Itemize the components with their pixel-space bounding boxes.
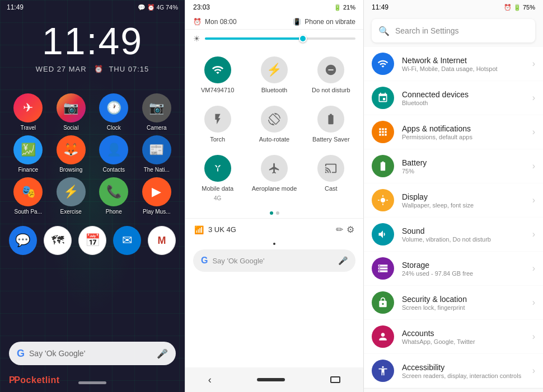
accessibility-title: Accessibility [402, 363, 525, 372]
batterysaver-tile-label: Battery Saver [312, 136, 350, 143]
connected-text: Connected devices Bluetooth [402, 90, 525, 106]
qs-tile-torch[interactable]: Torch [190, 99, 245, 147]
settings-item-accounts[interactable]: Accounts WhatsApp, Google, Twitter › [364, 320, 543, 353]
dock-gmail[interactable]: M [148, 226, 176, 255]
mobiledata-tile-label: Mobile data [202, 185, 233, 192]
app-travel[interactable]: ✈ Travel [9, 93, 48, 131]
qs-tile-autorotate[interactable]: Auto-rotate [246, 99, 302, 147]
browsing-icon: 🦊 [57, 135, 86, 164]
app-social[interactable]: 📷 Social [52, 93, 91, 131]
dock-outlook[interactable]: ✉ [113, 226, 141, 255]
settings-icon[interactable]: ⚙ [347, 224, 354, 235]
settings-time: 11:49 [372, 3, 388, 11]
display-icon [372, 189, 394, 211]
qs-network-row: 📶 3 UK 4G ✏ ⚙ [185, 218, 363, 240]
app-phone[interactable]: 📞 Phone [95, 177, 133, 215]
accounts-chevron: › [532, 332, 535, 342]
security-text: Security & location Screen lock, fingerp… [402, 295, 525, 311]
qs-search-bar[interactable]: G Say 'Ok Google' 🎤 [193, 249, 355, 272]
settings-item-connected[interactable]: Connected devices Bluetooth › [364, 81, 543, 115]
back-button[interactable]: ‹ [208, 374, 212, 386]
qs-network-info: 📶 3 UK 4G [194, 225, 236, 234]
airplane-tile-label: Aeroplane mode [252, 185, 297, 192]
qs-dot-2 [276, 211, 279, 215]
settings-item-apps[interactable]: Apps & notifications Permissions, defaul… [364, 115, 543, 149]
camera-label: Camera [147, 125, 167, 131]
app-southpa[interactable]: 🎭 South Pa... [9, 177, 48, 215]
dock-calendar[interactable]: 📅 [78, 226, 106, 255]
app-playmusic[interactable]: ▶ Play Mus... [138, 177, 176, 215]
settings-item-storage[interactable]: Storage 24% used - 97.84 GB free › [364, 252, 543, 285]
edit-icon[interactable]: ✏ [336, 224, 343, 235]
app-camera[interactable]: 📷 Camera [138, 93, 176, 131]
accounts-subtitle: WhatsApp, Google, Twitter [402, 338, 525, 345]
accounts-text: Accounts WhatsApp, Google, Twitter [402, 329, 525, 345]
vibrate-icon: 📳 [293, 18, 301, 26]
sound-icon [372, 223, 394, 245]
security-chevron: › [532, 297, 535, 308]
qs-dot-1 [270, 211, 273, 215]
qs-nav-bar: ‹ [185, 367, 363, 392]
settings-item-sound[interactable]: Sound Volume, vibration, Do not disturb … [364, 218, 543, 251]
settings-item-battery[interactable]: Battery 75% › [364, 149, 543, 183]
mobiledata-tile-sublabel: 4G [214, 195, 221, 201]
qs-tile-wifi[interactable]: VM7494710 [190, 50, 245, 98]
brightness-row: ☀ [185, 30, 363, 48]
qs-tile-dnd[interactable]: Do not disturb [303, 50, 359, 98]
app-finance[interactable]: 💹 Finance [9, 135, 48, 173]
connected-title: Connected devices [402, 90, 525, 99]
app-contacts[interactable]: 👤 Contacts [95, 135, 133, 173]
settings-item-network[interactable]: Network & Internet Wi-Fi, Mobile, Data u… [364, 47, 543, 81]
home-indicator[interactable] [78, 381, 106, 384]
apps-icon [372, 121, 394, 143]
apps-grid-row3: 🎭 South Pa... ⚡ Exercise 📞 Phone ▶ Play … [0, 177, 185, 219]
network-name: 3 UK 4G [208, 225, 236, 234]
alarm-info: ⏰ Mon 08:00 [193, 18, 237, 26]
qs-tile-bluetooth[interactable]: ⚡ Bluetooth [246, 50, 302, 98]
travel-label: Travel [21, 125, 36, 131]
app-exercise[interactable]: ⚡ Exercise [52, 177, 91, 215]
qs-status-icons: 🔋 21% [334, 4, 355, 11]
qs-tiles-grid: VM7494710 ⚡ Bluetooth Do not disturb Tor… [185, 48, 363, 208]
qs-dot-lock [273, 243, 275, 245]
social-label: Social [63, 125, 78, 131]
settings-item-display[interactable]: Display Wallpaper, sleep, font size › [364, 183, 543, 217]
recents-button[interactable] [330, 376, 340, 383]
home-button[interactable] [257, 378, 285, 381]
dock-messages[interactable]: 💬 [9, 226, 37, 255]
sound-subtitle: Volume, vibration, Do not disturb [402, 236, 525, 243]
nati-label: The Nati... [144, 167, 170, 173]
connected-icon [372, 87, 394, 109]
google-logo: G [17, 348, 25, 360]
dnd-tile-label: Do not disturb [312, 87, 350, 93]
qs-tile-cast[interactable]: Cast [303, 148, 359, 206]
qs-tile-mobiledata[interactable]: Mobile data 4G [190, 148, 245, 206]
lock-search-bar[interactable]: G Say 'Ok Google' 🎤 [9, 342, 176, 365]
playmusic-icon: ▶ [142, 177, 171, 206]
exercise-icon: ⚡ [57, 177, 86, 206]
battery-subtitle: 75% [402, 168, 525, 174]
playmusic-label: Play Mus... [143, 209, 170, 215]
app-nati[interactable]: 📰 The Nati... [138, 135, 176, 173]
storage-title: Storage [402, 261, 525, 270]
storage-icon [372, 257, 394, 280]
browsing-label: Browsing [59, 167, 82, 173]
connected-subtitle: Bluetooth [402, 100, 525, 106]
wifi-tile-icon [204, 56, 231, 83]
display-text: Display Wallpaper, sleep, font size [402, 192, 525, 209]
accessibility-chevron: › [532, 366, 535, 376]
qs-tile-batterysaver[interactable]: Battery Saver [303, 99, 359, 147]
southpa-icon: 🎭 [13, 177, 43, 206]
qs-tile-airplane[interactable]: Aeroplane mode [246, 148, 302, 206]
settings-item-security[interactable]: Security & location Screen lock, fingerp… [364, 286, 543, 319]
app-browsing[interactable]: 🦊 Browsing [52, 135, 91, 173]
app-clock[interactable]: 🕐 Clock [95, 93, 133, 131]
settings-search-bar[interactable]: 🔍 Search in Settings [372, 19, 535, 42]
dock-maps[interactable]: 🗺 [44, 226, 72, 255]
vibrate-info: 📳 Phone on vibrate [293, 18, 355, 26]
brightness-slider[interactable] [205, 37, 355, 40]
apps-text: Apps & notifications Permissions, defaul… [402, 124, 525, 140]
settings-item-accessibility[interactable]: Accessibility Screen readers, display, i… [364, 354, 543, 388]
apps-title: Apps & notifications [402, 124, 525, 133]
qs-time: 23:03 [193, 3, 210, 11]
